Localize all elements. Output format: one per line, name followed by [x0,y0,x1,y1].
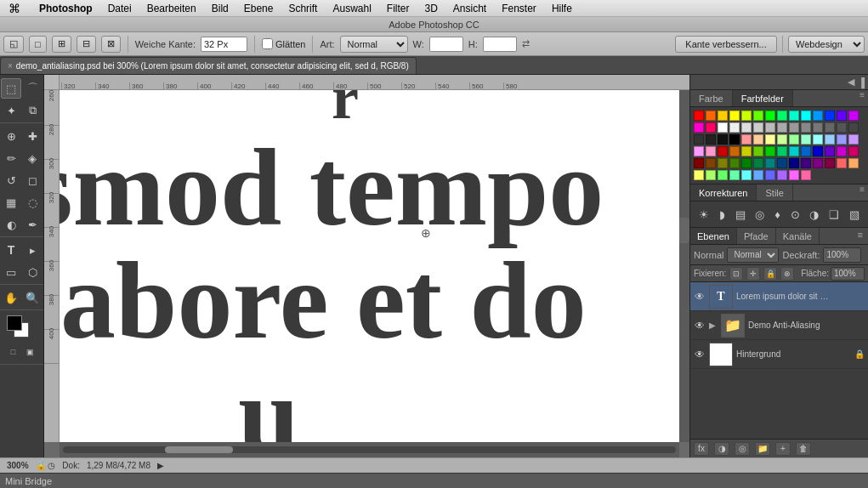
tool-eyedropper[interactable]: ⊕ [1,126,21,146]
swatch-item[interactable] [753,122,763,133]
tool-blur[interactable]: ◌ [22,192,43,213]
menu-3d[interactable]: 3D [421,3,440,14]
swatch-item[interactable] [777,111,787,121]
swatch-item[interactable] [837,122,847,133]
swatch-item[interactable] [694,134,704,145]
adj-panel-collapse[interactable]: ≡ [856,184,868,201]
swatch-item[interactable] [848,134,859,145]
swatch-item[interactable] [825,111,835,121]
tool-hand[interactable]: ✋ [1,287,21,308]
tab-farbfelder[interactable]: Farbfelder [733,90,793,106]
tool-crop[interactable]: ⧉ [22,100,43,121]
quick-mask-btn[interactable]: □ [6,344,21,360]
swatch-item[interactable] [837,146,847,156]
swatch-item[interactable] [729,111,740,121]
menu-ansicht[interactable]: Ansicht [450,3,490,14]
swatch-item[interactable] [848,111,859,121]
swatch-item[interactable] [765,158,775,168]
tab-pfade[interactable]: Pfade [737,228,776,244]
scrollbar-bottom[interactable] [60,442,679,457]
panel-icon-1[interactable]: ◀ [848,77,854,88]
swatch-item[interactable] [848,146,859,156]
swatch-item[interactable] [825,122,835,133]
tab-close-btn[interactable]: × [8,61,13,71]
menu-hilfe[interactable]: Hilfe [548,3,576,14]
options-mode-btn4[interactable]: ⊠ [101,36,121,53]
adj-icon-vibrance[interactable]: ♦ [774,208,780,221]
layer-eye-0[interactable]: 👁 [694,291,706,303]
swatch-item[interactable] [789,134,799,145]
swatch-item[interactable] [706,146,716,156]
menu-fenster[interactable]: Fenster [498,3,540,14]
lock-move-btn[interactable]: ✛ [746,267,760,281]
tool-magic-wand[interactable]: ✦ [1,100,21,121]
tool-stamp[interactable]: ◈ [22,148,43,168]
menu-filter[interactable]: Filter [383,3,413,14]
scrollbar-right[interactable] [679,90,689,442]
tool-dodge[interactable]: ◐ [1,214,21,235]
swatch-item[interactable] [706,111,716,121]
tool-heal[interactable]: ✚ [22,126,43,146]
swatch-item[interactable] [753,146,763,156]
tool-pen[interactable]: ✒ [22,214,43,235]
swatch-item[interactable] [729,158,740,168]
tool-shape[interactable]: ▭ [1,262,21,282]
art-select[interactable]: Normal [340,36,408,53]
swatch-item[interactable] [801,111,811,121]
adj-icon-hue[interactable]: ◎ [755,208,764,221]
swatch-item[interactable] [777,122,787,133]
swatch-item[interactable] [813,134,823,145]
tool-brush[interactable]: ✏ [1,148,21,168]
swatch-item[interactable] [706,158,716,168]
swatch-item[interactable] [741,111,752,121]
layer-adj-btn[interactable]: ◎ [735,442,750,456]
swatch-item[interactable] [694,111,704,121]
layers-options-btn[interactable]: ≡ [853,228,868,244]
swatch-item[interactable] [777,134,787,145]
minibridge-bar[interactable]: Mini Bridge [0,473,868,488]
tab-korrekturen[interactable]: Korrekturen [690,184,757,201]
tool-lasso[interactable]: ⌒ [22,78,43,99]
layer-eye-1[interactable]: 👁 [694,320,706,332]
swatch-item[interactable] [789,122,799,133]
layer-expand-1[interactable]: ▶ [709,321,716,330]
layer-fx-btn[interactable]: fx [694,442,709,456]
swatch-item[interactable] [729,146,740,156]
swatch-item[interactable] [813,146,823,156]
opacity-input[interactable] [823,247,861,263]
swatch-item[interactable] [753,170,763,180]
fläche-input[interactable] [831,267,865,281]
weiche-kante-input[interactable] [201,37,247,52]
swatch-item[interactable] [741,158,752,168]
swatch-item[interactable] [777,146,787,156]
swatch-item[interactable] [718,122,728,133]
tool-type[interactable]: T [1,240,21,260]
adj-icon-bw[interactable]: ◑ [809,208,819,221]
swatch-item[interactable] [753,111,763,121]
swatch-item[interactable] [729,122,740,133]
app-name-menu[interactable]: Photoshop [36,3,96,14]
status-arrow[interactable]: ▶ [157,461,164,470]
kante-verbessern-btn[interactable]: Kante verbessern... [675,36,777,53]
menu-schrift[interactable]: Schrift [285,3,321,14]
swatch-item[interactable] [706,170,716,180]
tool-marquee[interactable]: ⬚ [1,78,21,99]
swatch-item[interactable] [837,158,847,168]
swatch-item[interactable] [765,122,775,133]
tab-kanaele[interactable]: Kanäle [776,228,820,244]
swatch-item[interactable] [789,170,799,180]
document-tab[interactable]: × demo_antialiasing.psd bei 300% (Lorem … [0,57,417,74]
layer-item-2[interactable]: 👁 Hintergrund 🔒 [690,340,868,369]
adj-icon-levels[interactable]: ▤ [735,208,746,221]
lock-pixels-btn[interactable]: ⊡ [729,267,743,281]
w-input[interactable] [429,37,463,52]
swatch-item[interactable] [837,111,847,121]
swatch-item[interactable] [789,158,799,168]
scrollbar-right-thumb[interactable] [679,218,689,243]
swatch-item[interactable] [765,134,775,145]
swatch-item[interactable] [813,111,823,121]
swatch-item[interactable] [694,146,704,156]
scroll-thumb-bottom[interactable] [165,446,233,453]
swatch-item[interactable] [741,122,752,133]
screen-mode-btn[interactable]: ▣ [23,344,38,360]
